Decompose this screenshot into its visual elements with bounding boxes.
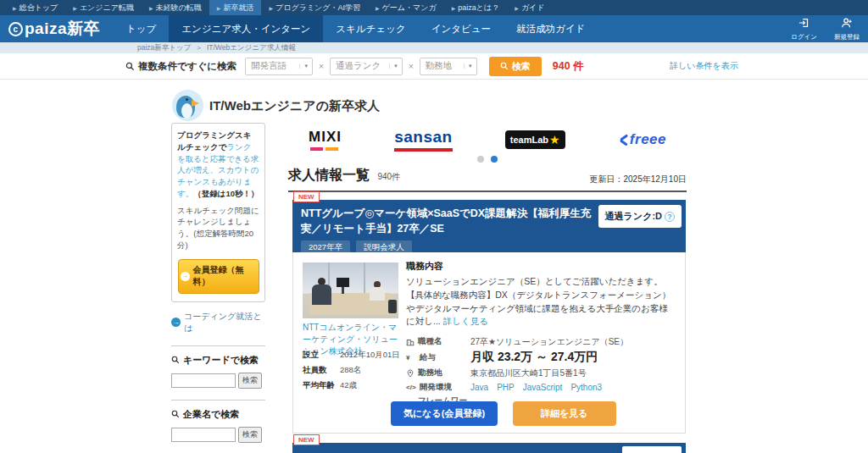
skill-check-promo-box: プログラミングスキルチェックでランクを取ると応募できる求人が増え、スカウトのチャ… xyxy=(171,123,265,302)
paiza-logo-icon: c xyxy=(8,22,23,36)
location-select[interactable]: 勤務地▼ xyxy=(420,58,477,75)
pass-rank-badge: 通過ランク:D ? xyxy=(598,205,682,228)
code-icon: </> xyxy=(406,384,416,391)
job-description: ソリューションエンジニア（SE）としてご活躍いただきます。 【具体的な職務内容】… xyxy=(406,275,675,329)
login-button[interactable]: ログイン xyxy=(782,15,826,42)
row-location: 勤務地 東京都品川区大崎1丁目5番1号 xyxy=(406,366,675,380)
arrow-circle-icon: → xyxy=(171,318,181,327)
tab-interview[interactable]: インタビュー xyxy=(419,15,504,42)
mixi-logo[interactable]: MIXI xyxy=(309,129,342,151)
main-nav: cpaiza新卒 トップ エンジニア求人・インターン スキルチェック インタビュ… xyxy=(0,15,868,42)
utility-nav-item-game-manga[interactable]: ▶ゲーム・マンガ xyxy=(368,0,444,15)
job-card-next: NEW xyxy=(292,443,686,453)
add-user-icon xyxy=(841,17,853,32)
company-search-input[interactable] xyxy=(171,428,236,442)
env-javascript-link[interactable]: JavaScript xyxy=(523,383,563,392)
triangle-icon: ▶ xyxy=(73,5,77,11)
job-card: NEW NTTグループ◎マーケ領域×SaaSでDX課題解決【福利厚生充実／リモー… xyxy=(292,200,686,434)
multiply-separator: × xyxy=(409,62,414,71)
new-badge: NEW xyxy=(293,191,320,202)
sansan-logo-bar xyxy=(394,148,452,152)
search-icon xyxy=(171,410,180,418)
job-list-header: 求人情報一覧 940件 更新日：2025年12月10日 xyxy=(288,167,687,192)
map-pin-icon xyxy=(406,369,415,378)
search-icon xyxy=(171,356,180,364)
paiza-logo[interactable]: cpaiza新卒 xyxy=(0,15,114,42)
triangle-icon: ▶ xyxy=(217,5,221,11)
paiza-mascot-icon xyxy=(172,90,203,121)
language-select[interactable]: 開発言語▼ xyxy=(245,58,313,75)
keyword-search-input[interactable] xyxy=(171,373,236,388)
company-photo[interactable] xyxy=(303,262,398,318)
sidebar: プログラミングスキルチェックでランクを取ると応募できる求人が増え、スカウトのチャ… xyxy=(171,123,265,453)
breadcrumb-home[interactable]: paiza新卒トップ xyxy=(137,43,191,53)
job-card-body: NTTコムオンライン・マーケティング・ソリューション株式会社 設立2012年10… xyxy=(292,252,686,434)
page-title: IT/Webエンジニアの新卒求人 xyxy=(209,98,380,114)
fact-employees: 社員数288名 xyxy=(303,362,408,378)
quick-filter-bar: 複数条件ですぐに検索 開発言語▼ × 通過ランク▼ × 勤務地▼ 検索 940 … xyxy=(0,53,868,80)
content-area: IT/Webエンジニアの新卒求人 プログラミングスキルチェックでランクを取ると応… xyxy=(0,80,868,453)
like-button[interactable]: 気になる(会員登録) xyxy=(391,401,498,426)
tab-skill-check[interactable]: スキルチェック xyxy=(323,15,418,42)
star-icon: ★ xyxy=(549,134,560,146)
breadcrumb: paiza新卒トップ ＞ IT/Webエンジニア求人情報 xyxy=(0,42,868,53)
updated-date: 更新日：2025年12月10日 xyxy=(590,174,687,185)
utility-nav-item-mikeiken[interactable]: ▶未経験の転職 xyxy=(142,0,209,15)
triangle-icon: ▶ xyxy=(149,5,153,11)
carousel-dots xyxy=(288,156,687,163)
chevron-down-icon: ▼ xyxy=(464,64,473,69)
utility-nav-item-shinsotsu[interactable]: ▶新卒就活 xyxy=(209,0,262,15)
job-card-header: NTTグループ◎マーケ領域×SaaSでDX課題解決【福利厚生充実／リモート手当】… xyxy=(292,200,686,252)
pass-rank-badge xyxy=(622,446,682,453)
company-search-button[interactable]: 検索 xyxy=(238,427,262,443)
freee-logo[interactable]: freee xyxy=(618,131,666,148)
read-more-link[interactable]: 詳しく見る xyxy=(443,316,488,326)
multiply-separator: × xyxy=(319,62,324,71)
result-count: 940 件 xyxy=(553,59,584,74)
utility-nav-item-general-top[interactable]: ▶総合トップ xyxy=(5,0,65,15)
utility-nav: ▶総合トップ ▶エンジニア転職 ▶未経験の転職 ▶新卒就活 ▶プログラミング・A… xyxy=(0,0,868,15)
help-icon[interactable]: ? xyxy=(665,212,675,222)
rank-select[interactable]: 通過ランク▼ xyxy=(330,58,403,75)
triangle-icon: ▶ xyxy=(13,5,17,11)
building-icon xyxy=(406,338,415,346)
tab-jobs-intern[interactable]: エンジニア求人・インターン xyxy=(169,15,323,42)
utility-nav-item-about-paiza[interactable]: ▶paizaとは？ xyxy=(444,0,508,15)
env-java-link[interactable]: Java xyxy=(470,383,488,392)
env-python3-link[interactable]: Python3 xyxy=(570,383,602,392)
carousel-dot-2[interactable] xyxy=(491,156,498,163)
keyword-search-section: キーワードで検索 検索 xyxy=(171,345,265,389)
teamlab-logo[interactable]: teamLab★ xyxy=(505,130,565,149)
arrow-circle-icon: → xyxy=(181,272,190,281)
job-card-header xyxy=(292,443,686,453)
breadcrumb-separator: ＞ xyxy=(195,43,203,53)
detailed-conditions-link[interactable]: 詳しい条件を表示 xyxy=(670,60,738,72)
register-button[interactable]: → 会員登録（無料） xyxy=(178,259,259,294)
coding-shukatsu-link[interactable]: → コーディング就活とは xyxy=(171,311,265,334)
chevron-down-icon: ▼ xyxy=(389,64,398,69)
view-details-button[interactable]: 詳細を見る xyxy=(513,401,616,426)
new-badge: NEW xyxy=(293,434,320,445)
utility-nav-item-guide[interactable]: ▶ガイド xyxy=(507,0,552,15)
env-php-link[interactable]: PHP xyxy=(497,383,515,392)
utility-nav-item-programming-ai[interactable]: ▶プログラミング・AI学習 xyxy=(261,0,368,15)
search-icon xyxy=(500,62,509,70)
tab-top[interactable]: トップ xyxy=(114,15,169,42)
row-salary: ¥給与 月収 23.2万 ～ 27.4万円 xyxy=(406,349,675,366)
signup-button[interactable]: 新規登録 xyxy=(826,15,868,42)
mixi-logo-bars xyxy=(310,147,338,151)
paiza-shinsotsu-page: ▶総合トップ ▶エンジニア転職 ▶未経験の転職 ▶新卒就活 ▶プログラミング・A… xyxy=(0,0,868,453)
utility-nav-item-engineer-tenshoku[interactable]: ▶エンジニア転職 xyxy=(65,0,142,15)
nav-right-group: ログイン 新規登録 xyxy=(782,15,868,42)
yen-icon: ¥ xyxy=(406,354,416,362)
job-title-link[interactable]: NTTグループ◎マーケ領域×SaaSでDX課題解決【福利厚生充実／リモート手当】… xyxy=(301,207,598,236)
sansan-logo[interactable]: sansan xyxy=(394,128,452,152)
carousel-dot-1[interactable] xyxy=(477,156,484,163)
fact-avg-age: 平均年齢42歳 xyxy=(303,378,408,393)
list-title: 求人情報一覧 xyxy=(288,168,370,182)
triangle-icon: ▶ xyxy=(452,5,456,11)
tab-success-guide[interactable]: 就活成功ガイド xyxy=(504,15,598,42)
keyword-search-button[interactable]: 検索 xyxy=(238,373,262,389)
job-description-title: 職務内容 xyxy=(406,260,675,273)
search-button[interactable]: 検索 xyxy=(489,57,542,76)
